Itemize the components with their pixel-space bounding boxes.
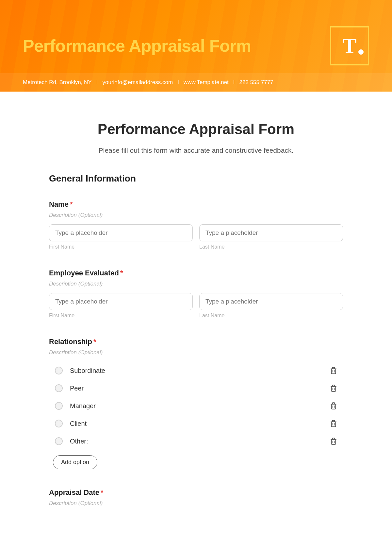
separator-icon: I (96, 79, 98, 86)
field-appraisal-date: Appraisal Date* Description (Optional) (49, 488, 343, 507)
required-mark: * (93, 338, 96, 346)
option-label[interactable]: Peer (70, 385, 329, 392)
employee-last-name-input[interactable] (199, 293, 343, 310)
form-subtitle: Please fill out this form with accurate … (49, 147, 343, 154)
form-content: Performance Appraisal Form Please fill o… (49, 92, 343, 545)
banner-phone: 222 555 7777 (239, 79, 273, 86)
form-title: Performance Appraisal Form (49, 121, 343, 137)
header-banner: Performance Appraisal Form T Metrotech R… (0, 0, 392, 92)
label-text: Employee Evaluated (49, 269, 119, 277)
logo-dot-icon (358, 49, 364, 55)
add-option-button[interactable]: Add option (53, 455, 97, 469)
employee-first-name-input[interactable] (49, 293, 193, 310)
field-name: Name* Description (Optional) First Name … (49, 200, 343, 250)
last-name-input[interactable] (199, 224, 343, 241)
field-description[interactable]: Description (Optional) (49, 212, 343, 218)
label-text: Name (49, 200, 69, 208)
field-description[interactable]: Description (Optional) (49, 500, 343, 507)
trash-icon (329, 402, 338, 410)
separator-icon: I (233, 79, 235, 86)
trash-icon (329, 437, 338, 445)
delete-option-button[interactable] (329, 384, 338, 392)
required-mark: * (101, 488, 104, 496)
option-row: Peer (49, 379, 343, 397)
section-heading-general: General Information (49, 173, 343, 184)
option-row: Subordinate (49, 362, 343, 379)
radio-button[interactable] (55, 402, 63, 410)
option-label[interactable]: Client (70, 420, 329, 427)
logo-box: T (330, 26, 369, 65)
banner-address: Metrotech Rd, Brooklyn, NY (23, 79, 92, 86)
label-text: Appraisal Date (49, 488, 99, 496)
delete-option-button[interactable] (329, 402, 338, 410)
sublabel-first-name: First Name (49, 313, 193, 319)
logo-letter: T (343, 34, 357, 58)
sublabel-last-name: Last Name (199, 244, 343, 250)
separator-icon: I (177, 79, 179, 86)
delete-option-button[interactable] (329, 366, 338, 375)
first-name-input[interactable] (49, 224, 193, 241)
field-label-employee: Employee Evaluated* (49, 269, 343, 277)
option-row: Client (49, 415, 343, 432)
option-label[interactable]: Manager (70, 402, 329, 410)
field-label-name: Name* (49, 200, 343, 209)
sublabel-first-name: First Name (49, 244, 193, 250)
field-description[interactable]: Description (Optional) (49, 349, 343, 356)
radio-button[interactable] (55, 384, 63, 392)
required-mark: * (70, 200, 73, 208)
trash-icon (329, 366, 338, 375)
field-description[interactable]: Description (Optional) (49, 281, 343, 287)
field-label-relationship: Relationship* (49, 338, 343, 346)
required-mark: * (120, 269, 123, 277)
field-relationship: Relationship* Description (Optional) Sub… (49, 338, 343, 469)
radio-button[interactable] (55, 420, 63, 427)
banner-info-bar: Metrotech Rd, Brooklyn, NY I yourinfo@em… (0, 73, 392, 92)
option-label[interactable]: Subordinate (70, 367, 329, 374)
banner-title: Performance Appraisal Form (23, 36, 251, 56)
banner-website: www.Template.net (184, 79, 229, 86)
label-text: Relationship (49, 338, 92, 346)
trash-icon (329, 419, 338, 428)
delete-option-button[interactable] (329, 437, 338, 445)
delete-option-button[interactable] (329, 419, 338, 428)
field-label-appraisal-date: Appraisal Date* (49, 488, 343, 497)
radio-button[interactable] (55, 367, 63, 374)
banner-email: yourinfo@emailaddress.com (102, 79, 173, 86)
option-row: Other: (49, 432, 343, 450)
option-label[interactable]: Other: (70, 438, 329, 445)
radio-button[interactable] (55, 437, 63, 445)
sublabel-last-name: Last Name (199, 313, 343, 319)
trash-icon (329, 384, 338, 392)
field-employee-evaluated: Employee Evaluated* Description (Optiona… (49, 269, 343, 319)
option-row: Manager (49, 397, 343, 415)
